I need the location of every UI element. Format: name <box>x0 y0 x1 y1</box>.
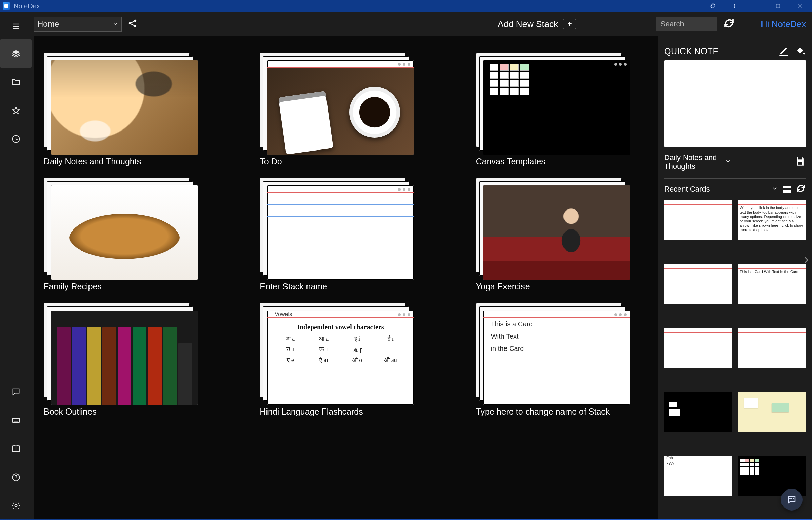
svg-rect-32 <box>798 162 802 165</box>
hindi-cell: ओ o <box>341 357 373 364</box>
chevron-down-icon <box>113 19 118 29</box>
thumb-title: Ehh <box>666 456 673 460</box>
recent-card-thumb[interactable] <box>664 200 732 240</box>
recent-card-thumb[interactable]: EhhYyyy <box>664 456 732 496</box>
plus-icon <box>563 19 576 29</box>
stack-label: To Do <box>260 157 432 166</box>
template-grid-icon <box>490 64 529 95</box>
stack-label: Yoga Exercise <box>476 282 648 292</box>
card-menu-icon[interactable] <box>614 313 627 316</box>
recent-card-thumb[interactable] <box>664 264 732 304</box>
hindi-cell <box>375 346 407 353</box>
sync-button[interactable] <box>723 17 735 31</box>
app-title: NoteDex <box>14 2 40 10</box>
stack-hindi-flashcards[interactable]: Vowels Independent vowel characters अ aआ… <box>260 303 414 405</box>
sidebar-item-stacks[interactable] <box>0 39 32 68</box>
sidebar-item-chat[interactable] <box>11 378 21 406</box>
bottom-edge <box>0 519 812 520</box>
top-toolbar: Home Add New Stack Hi NoteDex <box>32 12 812 36</box>
card-menu-icon[interactable] <box>398 188 410 191</box>
recent-cards-grid: When you click in the body and edit text… <box>664 200 806 514</box>
chat-button[interactable] <box>781 489 803 511</box>
refresh-recent-button[interactable] <box>796 183 806 195</box>
save-button[interactable] <box>794 156 806 168</box>
thumb-title: I <box>666 328 667 332</box>
svg-point-0 <box>734 4 735 5</box>
hamburger-menu-button[interactable] <box>7 20 25 33</box>
sidebar-item-book[interactable] <box>11 435 21 463</box>
recent-card-thumb[interactable] <box>738 392 806 432</box>
quick-note-target-label: Daily Notes and Thoughts <box>664 153 717 171</box>
window-maximize-button[interactable] <box>767 0 789 12</box>
card-menu-icon[interactable] <box>398 63 410 66</box>
add-new-stack-button[interactable]: Add New Stack <box>498 19 576 29</box>
stack-sample-card[interactable]: This is a Card With Text in the Card <box>476 303 630 405</box>
svg-marker-10 <box>12 50 20 54</box>
hindi-cell: ऋ ṛ <box>341 346 373 353</box>
stack-daily-notes[interactable] <box>44 53 198 155</box>
share-button[interactable] <box>127 18 138 30</box>
recent-card-thumb[interactable]: I <box>664 328 732 368</box>
hindi-cell: आ ā <box>308 335 340 342</box>
window-close-button[interactable] <box>789 0 811 12</box>
sidebar-item-settings[interactable] <box>11 492 21 520</box>
stack-cover-image <box>51 185 198 280</box>
sidebar-item-recent[interactable] <box>0 125 32 153</box>
quick-note-title: QUICK NOTE <box>664 46 773 56</box>
fill-icon[interactable] <box>794 45 806 58</box>
location-selected: Home <box>37 19 59 29</box>
stack-canvas-templates[interactable] <box>476 53 630 155</box>
card-menu-icon[interactable] <box>614 63 627 66</box>
recent-card-thumb[interactable] <box>664 392 732 432</box>
svg-point-2 <box>734 7 735 8</box>
highlighter-icon[interactable] <box>778 45 790 58</box>
search-input[interactable] <box>656 17 717 31</box>
svg-marker-11 <box>12 107 19 114</box>
greeting-link[interactable]: Hi NoteDex <box>761 19 806 29</box>
sidebar-item-folder[interactable] <box>0 68 32 96</box>
stack-cover-image <box>51 60 198 155</box>
card-menu-icon[interactable] <box>398 313 410 316</box>
stack-label: Book Outlines <box>44 407 216 417</box>
list-view-icon[interactable] <box>783 186 791 193</box>
stack-yoga[interactable] <box>476 178 630 280</box>
quick-note-target-dropdown[interactable]: Daily Notes and Thoughts <box>664 153 722 171</box>
hindi-cell: ई ī <box>375 335 407 342</box>
hindi-vowel-grid: अ aआ āइ iई īउ uऊ ūऋ ṛए eऐ aiओ oऔ au <box>267 331 414 368</box>
sidebar-item-help[interactable] <box>11 463 21 492</box>
hindi-cell: औ au <box>375 357 407 364</box>
hindi-cell: ऊ ū <box>308 346 340 353</box>
expand-right-panel-button[interactable] <box>800 246 812 274</box>
stack-unnamed[interactable] <box>260 178 414 280</box>
hindi-cell: इ i <box>341 335 373 342</box>
sidebar-item-favorites[interactable] <box>0 96 32 125</box>
card-title: Vowels <box>275 311 292 318</box>
hindi-cell: उ u <box>275 346 306 353</box>
window-minimize-button[interactable] <box>746 0 767 12</box>
svg-rect-4 <box>776 4 780 8</box>
quick-note-card[interactable] <box>664 60 806 147</box>
chevron-down-icon[interactable] <box>771 185 778 193</box>
stack-family-recipes[interactable] <box>44 178 198 280</box>
hindi-cell: ए e <box>275 357 306 364</box>
recent-card-thumb[interactable]: This is a Card With Text in the Card <box>738 264 806 304</box>
card-text: This is a Card With Text in the Card <box>491 318 626 402</box>
extension-icon[interactable] <box>702 0 724 12</box>
stack-cover-image <box>483 185 630 280</box>
recent-card-thumb[interactable] <box>738 328 806 368</box>
stack-label: Enter Stack name <box>260 282 432 292</box>
location-dropdown[interactable]: Home <box>34 17 122 32</box>
stack-label: Daily Notes and Thoughts <box>44 157 216 166</box>
add-new-stack-label: Add New Stack <box>498 19 558 29</box>
menu-dots-icon[interactable] <box>724 0 746 12</box>
sidebar-item-keyboard[interactable] <box>11 406 21 435</box>
left-sidebar <box>0 12 32 520</box>
recent-card-thumb[interactable]: When you click in the body and edit text… <box>738 200 806 240</box>
stack-label: Hindi Language Flashcards <box>260 407 432 417</box>
search-field[interactable] <box>656 17 717 31</box>
stack-todo[interactable] <box>260 53 414 155</box>
svg-rect-31 <box>798 157 802 159</box>
svg-point-1 <box>734 6 735 6</box>
right-panel: QUICK NOTE Daily Notes and Thoughts <box>658 36 812 520</box>
stack-book-outlines[interactable] <box>44 303 198 405</box>
